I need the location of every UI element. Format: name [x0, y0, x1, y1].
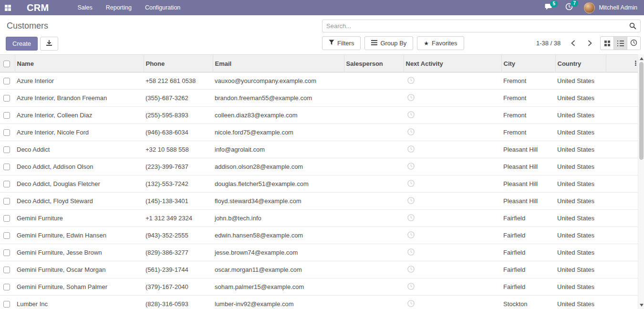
menu-sales[interactable]: Sales: [71, 0, 99, 15]
search-input[interactable]: [322, 22, 627, 30]
row-checkbox[interactable]: [3, 232, 10, 239]
row-checkbox[interactable]: [3, 198, 10, 205]
create-button[interactable]: Create: [6, 37, 38, 51]
kanban-view-button[interactable]: [600, 36, 614, 50]
table-row[interactable]: Azure Interior +58 212 681 0538 vauxoo@y…: [0, 72, 641, 90]
row-select-cell[interactable]: [0, 193, 15, 210]
header-phone[interactable]: Phone: [144, 55, 213, 72]
next-activity-clock-icon[interactable]: [407, 283, 415, 290]
row-checkbox[interactable]: [3, 78, 10, 84]
top-navbar: CRM Sales Reporting Configuration 5 7 Mi…: [0, 0, 644, 15]
row-select-cell[interactable]: [0, 210, 15, 227]
row-checkbox[interactable]: [3, 181, 10, 187]
pager-next-button[interactable]: [584, 38, 596, 48]
cell-city: Fairfield: [501, 244, 555, 261]
cell-phone: (145)-138-3401: [144, 193, 213, 210]
next-activity-clock-icon[interactable]: [407, 300, 415, 307]
header-email[interactable]: Email: [213, 55, 344, 72]
table-row[interactable]: Gemini Furniture, Edwin Hansen (943)-352…: [0, 227, 641, 244]
row-select-cell[interactable]: [0, 227, 15, 244]
header-city[interactable]: City: [501, 55, 555, 72]
row-select-cell[interactable]: [0, 107, 15, 124]
cell-city: Pleasant Hill: [501, 158, 555, 175]
next-activity-clock-icon[interactable]: [407, 180, 415, 187]
user-avatar[interactable]: [584, 2, 595, 13]
next-activity-clock-icon[interactable]: [407, 248, 415, 256]
row-checkbox[interactable]: [3, 146, 10, 153]
next-activity-clock-icon[interactable]: [407, 145, 415, 153]
row-select-cell[interactable]: [0, 72, 15, 90]
row-select-cell[interactable]: [0, 296, 15, 309]
row-checkbox[interactable]: [3, 164, 10, 170]
filters-button[interactable]: Filters: [322, 36, 361, 50]
row-select-cell[interactable]: [0, 175, 15, 193]
row-select-cell[interactable]: [0, 244, 15, 261]
row-select-cell[interactable]: [0, 124, 15, 141]
group-by-button[interactable]: Group By: [364, 36, 413, 50]
messages-button[interactable]: 5: [545, 3, 553, 12]
vertical-scrollbar[interactable]: [638, 54, 644, 309]
activity-view-button[interactable]: [627, 36, 641, 50]
table-row[interactable]: Gemini Furniture, Soham Palmer (379)-167…: [0, 278, 641, 296]
table-row[interactable]: Lumber Inc (828)-316-0593 lumber-inv92@e…: [0, 296, 641, 309]
table-row[interactable]: Azure Interior, Nicole Ford (946)-638-60…: [0, 124, 641, 141]
table-row[interactable]: Gemini Furniture +1 312 349 2324 john.b@…: [0, 210, 641, 227]
list-view-button[interactable]: [613, 36, 627, 50]
cell-name: Gemini Furniture, Jesse Brown: [15, 244, 144, 261]
row-select-cell[interactable]: [0, 141, 15, 158]
row-checkbox[interactable]: [3, 112, 10, 119]
app-brand[interactable]: CRM: [27, 2, 49, 13]
header-salesperson[interactable]: Salesperson: [344, 55, 404, 72]
row-select-cell[interactable]: [0, 278, 15, 296]
menu-reporting[interactable]: Reporting: [99, 0, 138, 15]
cell-next-activity: [404, 278, 501, 296]
row-checkbox[interactable]: [3, 301, 10, 308]
row-checkbox[interactable]: [3, 284, 10, 290]
select-all-checkbox[interactable]: [3, 61, 10, 67]
table-row[interactable]: Deco Addict, Floyd Steward (145)-138-340…: [0, 193, 641, 210]
row-select-cell[interactable]: [0, 90, 15, 107]
next-activity-clock-icon[interactable]: [407, 231, 415, 238]
pager-previous-button[interactable]: [567, 38, 579, 48]
table-row[interactable]: Azure Interior, Brandon Freeman (355)-68…: [0, 90, 641, 107]
table-row[interactable]: Azure Interior, Colleen Diaz (255)-595-8…: [0, 107, 641, 124]
next-activity-clock-icon[interactable]: [407, 94, 415, 101]
next-activity-clock-icon[interactable]: [407, 128, 415, 135]
select-all-cell[interactable]: [0, 55, 15, 72]
scroll-up-arrow[interactable]: [638, 55, 644, 62]
table-row[interactable]: Deco Addict, Douglas Fletcher (132)-553-…: [0, 175, 641, 193]
next-activity-clock-icon[interactable]: [407, 266, 415, 273]
row-select-cell[interactable]: [0, 261, 15, 278]
optional-columns-icon[interactable]: [635, 61, 636, 66]
activities-button[interactable]: 7: [565, 3, 573, 12]
table-row[interactable]: Gemini Furniture, Jesse Brown (829)-386-…: [0, 244, 641, 261]
scrollbar-thumb[interactable]: [639, 62, 644, 160]
favorites-button[interactable]: ★ Favorites: [417, 36, 464, 50]
header-country[interactable]: Country: [555, 55, 606, 72]
header-name[interactable]: Name: [15, 55, 144, 72]
next-activity-clock-icon[interactable]: [407, 197, 415, 204]
header-next-activity[interactable]: Next Activity: [404, 55, 501, 72]
menu-configuration[interactable]: Configuration: [138, 0, 187, 15]
table-row[interactable]: Deco Addict +32 10 588 558 info@agrolait…: [0, 141, 641, 158]
cell-salesperson: [344, 193, 404, 210]
apps-menu-button[interactable]: [0, 0, 15, 15]
next-activity-clock-icon[interactable]: [407, 214, 415, 221]
row-checkbox[interactable]: [3, 129, 10, 136]
table-row[interactable]: Gemini Furniture, Oscar Morgan (561)-239…: [0, 261, 641, 278]
row-checkbox[interactable]: [3, 267, 10, 273]
row-select-cell[interactable]: [0, 158, 15, 175]
row-checkbox[interactable]: [3, 95, 10, 102]
cell-email: vauxoo@yourcompany.example.com: [213, 72, 344, 90]
next-activity-clock-icon[interactable]: [407, 111, 415, 118]
cell-salesperson: [344, 107, 404, 124]
pager-value[interactable]: 1-38 / 38: [534, 40, 562, 47]
row-checkbox[interactable]: [3, 249, 10, 256]
next-activity-clock-icon[interactable]: [407, 77, 415, 84]
scroll-down-arrow[interactable]: [638, 302, 644, 308]
next-activity-clock-icon[interactable]: [407, 163, 415, 170]
row-checkbox[interactable]: [3, 215, 10, 222]
table-row[interactable]: Deco Addict, Addison Olson (223)-399-763…: [0, 158, 641, 175]
user-menu[interactable]: Mitchell Admin: [599, 4, 637, 11]
export-button[interactable]: [40, 37, 58, 51]
